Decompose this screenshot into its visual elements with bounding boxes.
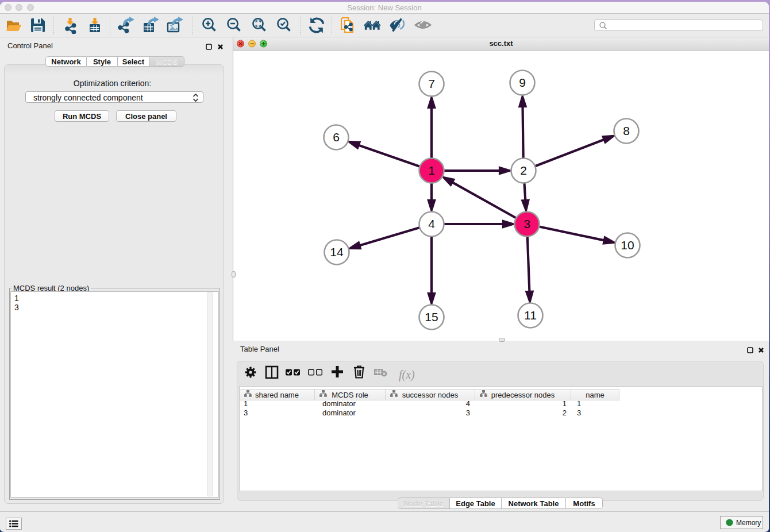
svg-text:10: 10 [621,238,634,252]
svg-text:1: 1 [428,164,435,177]
svg-text:2: 2 [520,164,527,177]
svg-text:8: 8 [623,124,630,137]
svg-text:6: 6 [333,130,340,144]
svg-text:15: 15 [425,310,438,323]
svg-text:4: 4 [428,217,435,230]
svg-text:11: 11 [524,309,537,322]
svg-text:9: 9 [519,76,526,89]
svg-text:7: 7 [428,77,435,90]
svg-text:3: 3 [523,217,530,230]
svg-text:14: 14 [330,245,344,259]
